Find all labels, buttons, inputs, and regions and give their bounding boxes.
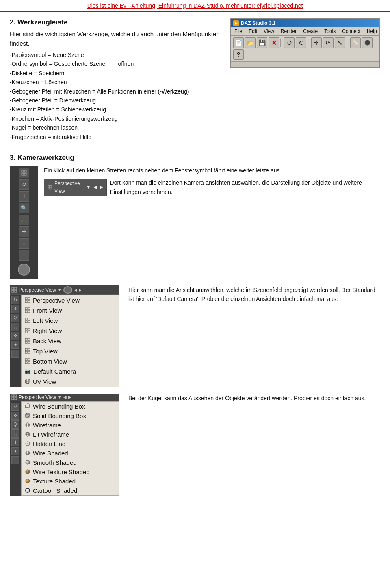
bone-button[interactable]: 🦴 [350, 37, 361, 48]
mode-wire-bbox-item[interactable]: Wire Bounding Box [22, 402, 119, 411]
svg-rect-43 [12, 395, 14, 397]
right-arrow[interactable]: ▶ [100, 183, 103, 191]
symbol-list: -Papiersymbol = Neue Szene -Ordnersymbol… [10, 50, 222, 142]
daz-toolbar: 📄 📂 💾 ✕ ↺ ↻ ✛ ⟳ ⤡ 🦴 ⚫ ? [231, 36, 379, 62]
render-dropdown-arrow[interactable]: ▼ [58, 395, 62, 399]
list-item: -Kreuzchen = Löschen [10, 78, 222, 87]
mode-texture-shaded-item[interactable]: Texture Shaded [22, 477, 119, 486]
view-default-camera-item[interactable]: 📷 Default Camera [22, 366, 119, 377]
svg-rect-28 [25, 338, 27, 340]
svg-rect-37 [28, 359, 30, 361]
rotate-button[interactable]: ⟳ [323, 37, 334, 48]
svg-rect-38 [25, 362, 27, 364]
sidebar-zoom-icon[interactable]: 🔍 [19, 203, 29, 213]
rs-star[interactable]: ✦ [11, 447, 20, 455]
cam2-s-rotate[interactable]: ↻ [11, 296, 20, 304]
svg-rect-9 [15, 287, 17, 290]
rs-move[interactable]: ✛ [11, 412, 20, 420]
sidebar-headphones-icon[interactable]: 🎧 [19, 215, 29, 225]
menu-connect[interactable]: Connect [341, 28, 362, 35]
sidebar-rotate-icon[interactable]: ↻ [19, 179, 29, 190]
menu-view[interactable]: View [262, 28, 275, 35]
list-item: -Diskette = Speichern [10, 69, 222, 78]
view-perspective-item[interactable]: Perspective View [22, 295, 119, 305]
sidebar-move-icon[interactable]: ✛ [19, 191, 29, 202]
cam2-s-zoom[interactable]: Q [11, 314, 20, 322]
save-button[interactable]: 💾 [257, 37, 267, 48]
render-dropdown-menu: Wire Bounding Box Solid Bounding Box [21, 401, 119, 496]
rs-rotate[interactable]: ↻ [11, 403, 20, 411]
delete-button[interactable]: ✕ [269, 37, 279, 48]
menu-tools[interactable]: Tools [323, 28, 337, 35]
mode-solid-bbox-item[interactable]: Solid Bounding Box [22, 411, 119, 420]
rs-zoom[interactable]: Q [11, 420, 20, 429]
svg-rect-6 [48, 187, 50, 189]
view-bottom-item[interactable]: Bottom View [22, 356, 119, 366]
cam2-left: Perspective View ▼ ◀ ▶ ↻ ✛ Q 🎧 ✛ ✦ [10, 285, 119, 387]
mode-wire-shaded-item[interactable]: Wire Shaded [22, 449, 119, 458]
camera-paragraph1b: Dort kann man die einzelnen Kamera-ansic… [110, 178, 380, 196]
rs-up[interactable]: ↑ [11, 456, 20, 464]
rotate-reset-button[interactable]: ↺ [284, 37, 295, 48]
cam2-right-btn[interactable]: ▶ [79, 287, 82, 292]
render-left-btn[interactable]: ◀ [63, 395, 67, 399]
new-scene-button[interactable]: 📄 [233, 37, 244, 48]
cam2-s-move[interactable]: ✛ [11, 305, 20, 313]
cam2-dropdown-arrow[interactable]: ▼ [58, 287, 62, 292]
menu-help[interactable]: Help [366, 28, 378, 35]
perspective-view-bar[interactable]: Perspective View ▼ ◀ ▶ [44, 179, 107, 196]
view-front-item[interactable]: Front View [22, 305, 119, 316]
view-top-item[interactable]: Top View [22, 346, 119, 356]
view-right-item[interactable]: Right View [22, 326, 119, 336]
move-button[interactable]: ✛ [311, 37, 322, 48]
menu-render[interactable]: Render [280, 28, 298, 35]
menu-edit[interactable]: Edit [247, 28, 258, 35]
sidebar-arrows-icon[interactable]: ↕ [19, 238, 29, 249]
mode-hidden-line-item[interactable]: Hidden Line [22, 439, 119, 449]
menu-file[interactable]: File [233, 28, 243, 35]
view-left-item[interactable]: Left View [22, 316, 119, 326]
sphere-button[interactable]: ⚫ [362, 37, 373, 48]
mode-smooth-shaded-item[interactable]: Smooth Shaded [22, 458, 119, 467]
list-item: -Papiersymbol = Neue Szene [10, 50, 222, 59]
render-right-btn[interactable]: ▶ [68, 395, 72, 399]
render-pv-label: Perspective View [19, 394, 56, 400]
svg-rect-21 [28, 318, 30, 320]
scale-button[interactable]: ⤡ [335, 37, 345, 48]
open-scene-button[interactable]: 📂 [245, 37, 256, 48]
view-left-label: Left View [33, 317, 58, 324]
cam2-s-cross[interactable]: ✛ [11, 332, 20, 340]
svg-rect-16 [25, 308, 27, 310]
mode-solid-bbox-label: Solid Bounding Box [33, 412, 86, 419]
svg-rect-33 [28, 348, 30, 351]
mode-cartoon-shaded-item[interactable]: Cartoon Shaded [22, 486, 119, 495]
rs-head[interactable]: 🎧 [11, 429, 20, 438]
view-uv-item[interactable]: UV View [22, 377, 119, 387]
mode-lit-wireframe-item[interactable]: Lit Wireframe [22, 430, 119, 439]
mode-wire-texture-shaded-item[interactable]: Wire Texture Shaded [22, 467, 119, 477]
cam2-s-up[interactable]: ↑ [11, 350, 20, 358]
rs-cross[interactable]: ✛ [11, 438, 20, 446]
redo-button[interactable]: ↻ [296, 37, 306, 48]
view-back-item[interactable]: Back View [22, 336, 119, 346]
list-item: -Knochen = Aktiv-Positionierungswerkzeug [10, 114, 222, 123]
sidebar-cross-icon[interactable]: ✛ [19, 226, 29, 237]
svg-rect-34 [25, 351, 27, 353]
sidebar-sphere-icon[interactable] [18, 264, 30, 276]
menu-create[interactable]: Create [302, 28, 319, 35]
help-button[interactable]: ? [233, 49, 244, 60]
mode-wireframe-item[interactable]: Wireframe [22, 420, 119, 430]
sidebar-up-icon[interactable]: ↑ [19, 250, 29, 261]
svg-rect-44 [15, 395, 17, 397]
camera-layout-1: ↻ ✛ 🔍 🎧 ✛ ↕ ↑ Ein klick auf den kleinen … [10, 166, 380, 279]
cam2-left-btn[interactable]: ◀ [74, 287, 77, 292]
cam2-s-head[interactable]: 🎧 [11, 323, 20, 331]
svg-marker-48 [26, 404, 29, 408]
render-left: Perspective View ▼ ◀ ▶ ↻ ✛ Q 🎧 ✛ ✦ ↑ [10, 394, 119, 496]
cam2-s-star[interactable]: ✦ [11, 341, 20, 349]
mode-wireframe-label: Wireframe [33, 422, 61, 429]
svg-rect-13 [28, 298, 30, 300]
grid-icon-persp [25, 297, 30, 303]
left-arrow[interactable]: ◀ [93, 183, 97, 191]
svg-rect-17 [28, 308, 30, 310]
